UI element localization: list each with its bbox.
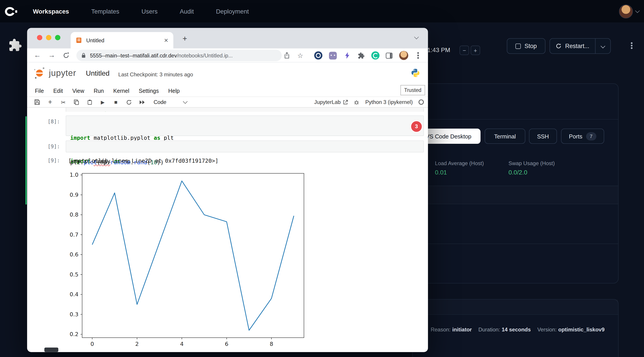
menu-run[interactable]: Run — [94, 88, 104, 94]
trusted-button[interactable]: Trusted — [400, 85, 425, 95]
svg-text:0: 0 — [90, 341, 94, 347]
stop-workspace-button[interactable]: Stop — [507, 38, 546, 54]
svg-text:0.7: 0.7 — [70, 232, 78, 238]
paste-cell-button[interactable] — [83, 98, 96, 106]
zoom-out-button[interactable]: − — [460, 46, 469, 55]
extension-grammarly-icon[interactable] — [370, 48, 381, 62]
browser-tab[interactable]: Untitled ✕ — [70, 32, 173, 48]
restart-workspace-button[interactable]: Restart... — [550, 38, 610, 54]
divider — [412, 186, 619, 186]
bookmark-star-icon[interactable]: ☆ — [294, 48, 306, 62]
svg-text:0.9: 0.9 — [70, 192, 78, 198]
svg-text:8: 8 — [270, 341, 273, 347]
cut-cell-button[interactable]: ✂ — [57, 98, 70, 106]
code-cell-8[interactable]: import matplotlib.pyplot as plt import n… — [66, 116, 424, 136]
coder-logo[interactable] — [4, 7, 18, 16]
back-button[interactable]: ← — [32, 48, 43, 62]
tab-search-chevron-icon[interactable] — [414, 35, 419, 40]
extensions-puzzle-icon[interactable] — [355, 48, 367, 62]
status-bubble — [44, 348, 58, 352]
jupyter-wordmark: jupyter — [49, 68, 76, 78]
cell-prompt: [9]: — [36, 143, 60, 150]
notebook-title[interactable]: Untitled — [86, 70, 110, 78]
notification-badge: 3 — [411, 121, 422, 132]
menu-file[interactable]: File — [35, 88, 44, 94]
build-version: Version:optimistic_liskov9 — [538, 326, 604, 333]
load-average-value: 0.01 — [435, 169, 447, 176]
menu-view[interactable]: View — [72, 88, 84, 94]
nav-item-audit[interactable]: Audit — [180, 8, 194, 15]
kernel-name[interactable]: Python 3 (ipykernel) — [365, 99, 412, 105]
menu-edit[interactable]: Edit — [54, 88, 63, 94]
copy-cell-button[interactable] — [70, 98, 83, 106]
code-cell-9[interactable]: plt.plot(np.random.rand(10)) — [66, 140, 424, 152]
stop-label: Stop — [524, 43, 537, 50]
share-icon[interactable] — [281, 48, 292, 62]
nav-item-templates[interactable]: Templates — [91, 8, 119, 15]
restart-menu-button[interactable] — [595, 38, 610, 53]
svg-text:1.0: 1.0 — [70, 172, 78, 178]
interrupt-kernel-button[interactable]: ■ — [109, 98, 122, 106]
side-panel-icon[interactable] — [383, 48, 395, 62]
new-tab-button[interactable]: + — [180, 34, 190, 44]
status-strip — [25, 116, 27, 204]
reload-button[interactable] — [60, 48, 72, 62]
lock-icon — [81, 52, 86, 58]
ports-count-badge: 7 — [586, 132, 596, 140]
notebook-area: import matplotlib.pyplot as plt [8]: imp… — [27, 108, 428, 352]
debugger-icon[interactable] — [354, 99, 360, 105]
workspace-panel — [412, 84, 619, 284]
run-cell-button[interactable]: ▶ — [96, 98, 109, 106]
forward-button[interactable]: → — [46, 48, 58, 62]
code-token-misspelled: matplotlib.pyplot — [94, 134, 150, 141]
divider — [412, 204, 619, 204]
insert-cell-button[interactable]: + — [44, 98, 57, 106]
nav-item-workspaces[interactable]: Workspaces — [33, 8, 69, 15]
svg-text:0.3: 0.3 — [70, 311, 78, 318]
nav-item-deployment[interactable]: Deployment — [216, 8, 249, 15]
menu-help[interactable]: Help — [168, 88, 180, 94]
puzzle-icon[interactable] — [8, 38, 22, 52]
cell-type-dropdown[interactable]: Code — [154, 99, 187, 105]
code-token: import — [70, 134, 90, 141]
terminal-button[interactable]: Terminal — [485, 129, 526, 144]
svg-text:0.2: 0.2 — [70, 331, 78, 338]
save-button[interactable] — [30, 98, 44, 106]
jupyter-menubar: File Edit View Run Kernel Settings Help — [27, 86, 428, 97]
minimize-window-button[interactable] — [46, 35, 52, 40]
extension-1password-icon[interactable] — [313, 48, 324, 62]
workspace-overflow-menu[interactable] — [628, 41, 636, 50]
tab-title: Untitled — [86, 37, 164, 44]
svg-text:0.4: 0.4 — [70, 291, 78, 298]
menu-settings[interactable]: Settings — [139, 88, 159, 94]
run-all-button[interactable] — [136, 98, 149, 106]
extension-mask-icon[interactable] — [327, 48, 338, 62]
profile-avatar[interactable] — [398, 48, 410, 62]
maximize-window-button[interactable] — [55, 35, 60, 40]
output-prompt: [9]: — [36, 157, 60, 164]
swap-usage-label: Swap Usage (Host) — [508, 160, 555, 166]
restart-kernel-button[interactable] — [122, 98, 136, 106]
ports-button[interactable]: Ports 7 — [561, 129, 604, 144]
zoom-in-button[interactable]: + — [471, 46, 480, 55]
nav-item-users[interactable]: Users — [142, 8, 158, 15]
extension-bolt-icon[interactable] — [341, 48, 353, 62]
svg-text:0.5: 0.5 — [70, 271, 78, 278]
chevron-down-icon — [183, 99, 188, 104]
checkpoint-label: Last Checkpoint: 3 minutes ago — [118, 72, 193, 78]
build-panel-header — [413, 299, 618, 314]
user-menu[interactable] — [619, 4, 639, 18]
menu-kernel[interactable]: Kernel — [113, 88, 129, 94]
close-tab-icon[interactable]: ✕ — [164, 37, 168, 44]
top-nav: Workspaces Templates Users Audit Deploym… — [0, 0, 644, 23]
code-token: as — [154, 134, 160, 141]
browser-window: Untitled ✕ + ← → 5555--main--test--matif… — [27, 28, 428, 352]
output-text: [<matplotlib.lines.Line2D at 0x7fd03f191… — [68, 157, 218, 164]
address-bar[interactable]: 5555--main--test--matifali.atif.cdr.dev/… — [76, 50, 282, 61]
open-jupyterlab-link[interactable]: JupyterLab — [314, 99, 348, 105]
browser-menu-icon[interactable] — [412, 48, 424, 62]
avatar[interactable] — [619, 4, 633, 18]
ssh-button[interactable]: SSH — [529, 129, 557, 144]
url-path: /notebooks/Untitled.ip... — [177, 52, 233, 59]
close-window-button[interactable] — [37, 35, 42, 40]
